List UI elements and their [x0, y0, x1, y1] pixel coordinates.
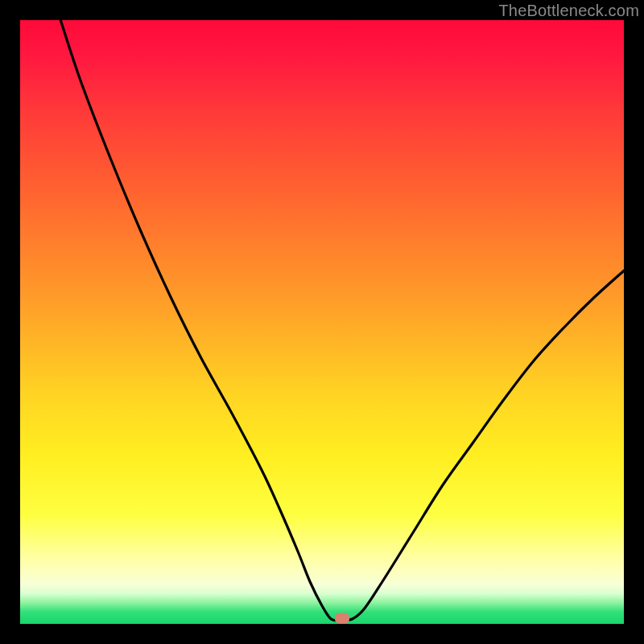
- optimal-marker: [335, 613, 349, 624]
- chart-frame: TheBottleneck.com: [0, 0, 644, 644]
- bottleneck-curve: [20, 20, 624, 624]
- plot-area: [20, 20, 624, 624]
- watermark-text: TheBottleneck.com: [498, 2, 639, 20]
